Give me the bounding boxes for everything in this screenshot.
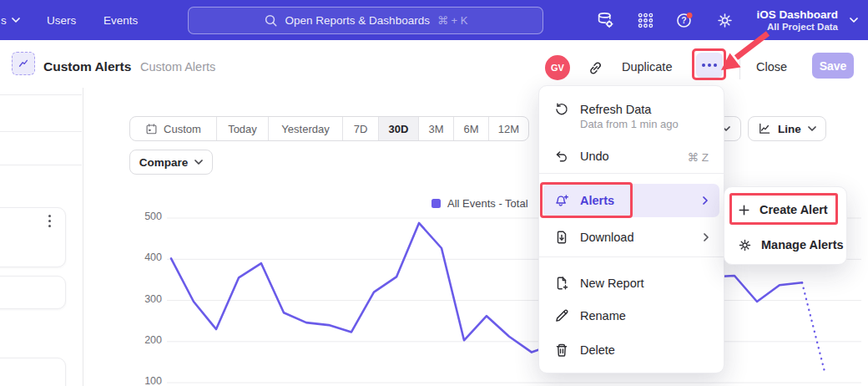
date-range-today[interactable]: Today [217,117,269,140]
nav-users-label: Users [47,14,76,27]
top-navbar: s Users Events Open Reports & Dashboards… [0,0,868,40]
submenu-item-create-alert[interactable]: Create Alert [724,194,846,226]
menu-label: Download [580,231,634,244]
date-range-label: 3M [428,123,443,135]
app: s Users Events Open Reports & Dashboards… [0,0,868,386]
card-kebab-menu[interactable] [43,215,55,227]
dot [714,63,717,67]
nav-events-label: Events [103,14,138,27]
dot [708,63,711,67]
search-shortcut: ⌘ + K [437,14,468,27]
menu-label: Rename [580,309,626,323]
apps-grid-button[interactable] [635,10,655,30]
alerts-submenu: Create Alert Manage Alerts [724,186,847,265]
sidebar-card[interactable] [0,358,66,386]
settings-button[interactable] [714,10,734,30]
line-chart-icon [758,122,771,135]
chart-type-button[interactable]: Line [748,116,826,141]
sidebar-divider [0,165,82,165]
svg-text:?: ? [681,16,686,25]
chevron-down-icon [194,160,203,165]
legend-swatch [431,199,441,208]
compare-label: Compare [139,156,189,169]
close-button[interactable]: Close [756,60,787,74]
submenu-label: Create Alert [760,203,828,216]
menu-label: Alerts [580,194,614,207]
avatar[interactable]: GV [545,55,570,80]
project-title: iOS Dashboard [756,8,838,21]
date-range-3m[interactable]: 3M [419,117,454,140]
date-range-12m[interactable]: 12M [489,117,528,140]
submenu-item-manage-alerts[interactable]: Manage Alerts [724,229,846,261]
save-button[interactable]: Save [812,53,854,79]
sidebar-divider [0,94,82,95]
menu-item-rename[interactable]: Rename [539,302,724,329]
alert-bell-icon [554,193,569,208]
refresh-icon [554,102,569,117]
chevron-down-icon [850,18,858,23]
new-report-icon [554,276,569,291]
chevron-right-icon [703,196,708,205]
database-gear-icon [596,11,614,29]
nav-item-users[interactable]: Users [47,0,76,40]
share-link-icon[interactable] [588,60,603,76]
chart-type-label: Line [778,123,801,135]
help-icon: ? [675,11,694,30]
data-management-button[interactable] [595,10,615,30]
menu-refresh-subtitle: Data from 1 min ago [580,118,679,130]
more-options-menu: Refresh Data Data from 1 min ago Undo ⌘ … [538,85,724,373]
menu-label: Undo [580,150,609,163]
menu-divider [539,256,724,257]
legend-item[interactable]: All Events - Total [431,197,528,210]
report-type-icon [12,52,35,75]
nav-item-events[interactable]: Events [103,0,138,40]
chevron-right-icon [704,233,709,241]
help-button[interactable]: ? [674,10,694,30]
date-range-label: 6M [463,123,478,135]
menu-label: Refresh Data [580,103,651,116]
menu-item-delete[interactable]: Delete [539,337,724,363]
search-input[interactable]: Open Reports & Dashboards ⌘ + K [188,7,543,34]
undo-icon [554,149,569,164]
date-range-control: Custom Today Yesterday 7D 30D 3M 6M 12M [129,116,529,141]
pencil-icon [554,308,569,323]
download-icon [554,230,569,245]
legend-label: All Events - Total [447,197,528,210]
gear-icon [738,238,752,252]
nav-item-partial[interactable]: s [1,0,20,40]
nav-item-partial-label: s [1,14,7,27]
date-range-label: 7D [354,123,368,135]
dot [702,63,705,67]
plus-icon [738,204,750,216]
sidebar-divider [0,131,82,132]
chart-line-dashed [802,282,825,371]
submenu-label: Manage Alerts [761,238,844,251]
date-range-6m[interactable]: 6M [454,117,489,140]
date-range-yesterday[interactable]: Yesterday [269,117,343,140]
date-range-label: Today [228,123,257,135]
breadcrumb: Custom Alerts [140,60,215,74]
compare-button[interactable]: Compare [129,150,213,175]
menu-label: New Report [580,277,644,290]
date-range-label: 30D [389,123,409,135]
date-range-custom[interactable]: Custom [130,117,217,140]
date-range-label: Yesterday [281,123,329,135]
menu-divider [539,173,724,174]
menu-item-new-report[interactable]: New Report [539,270,724,297]
project-subtitle: All Project Data [767,22,838,32]
more-options-button[interactable] [696,53,723,78]
date-range-label: Custom [164,123,201,135]
date-range-30d-selected[interactable]: 30D [379,117,419,140]
menu-item-download[interactable]: Download [539,224,724,251]
calendar-icon [145,123,158,135]
sidebar-card[interactable] [0,276,66,309]
sidebar-card[interactable] [0,207,66,267]
menu-item-alerts[interactable]: Alerts [543,184,719,217]
search-placeholder: Open Reports & Dashboards [285,14,430,27]
project-switcher[interactable]: iOS Dashboard All Project Data [756,0,838,40]
date-range-7d[interactable]: 7D [343,117,379,140]
page-title: Custom Alerts [43,59,131,74]
duplicate-button[interactable]: Duplicate [622,60,672,74]
menu-label: Delete [580,343,615,357]
search-icon [264,13,278,28]
